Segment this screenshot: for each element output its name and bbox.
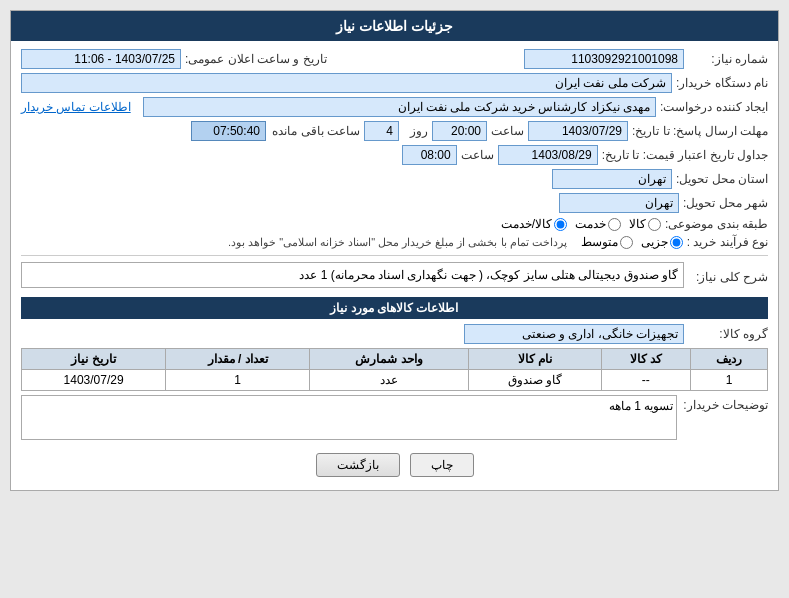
radio-kala-khedmat-label: کالا/خدمت (501, 217, 552, 231)
row-shahr: شهر محل تحویل: تهران (21, 193, 768, 213)
nav-note: پرداخت تمام با بخشی از مبلغ خریدار محل "… (228, 236, 567, 249)
radio-motevaset: متوسط (581, 235, 633, 249)
shomare-niaz-value: 1103092921001098 (524, 49, 684, 69)
row-nav: نوع فرآیند خرید : جزیی متوسط پرداخت تمام… (21, 235, 768, 249)
shahr-value: تهران (559, 193, 679, 213)
td-kod: -- (601, 370, 690, 391)
td-tedad: 1 (166, 370, 310, 391)
row-sharh: شرح کلی نیاز: گاو صندوق دیجیتالی هتلی سا… (21, 262, 768, 292)
radio-kala-khedmat-input[interactable] (554, 218, 567, 231)
radio-motevaset-input[interactable] (620, 236, 633, 249)
tamas-link[interactable]: اطلاعات تماس خریدار (21, 100, 131, 114)
gorohe-kala-value: تجهیزات خانگی، اداری و صنعتی (464, 324, 684, 344)
radio-kala-khedmat: کالا/خدمت (501, 217, 567, 231)
th-vahed: واحد شمارش (310, 349, 469, 370)
row-shomare-tarikh: شماره نیاز: 1103092921001098 تاریخ و ساع… (21, 49, 768, 69)
jadval-date: 1403/08/29 (498, 145, 598, 165)
radio-khedmat-label: خدمت (575, 217, 606, 231)
th-tedad: تعداد / مقدار (166, 349, 310, 370)
th-kod: کد کالا (601, 349, 690, 370)
row-gorohe-kala: گروه کالا: تجهیزات خانگی، اداری و صنعتی (21, 324, 768, 344)
content-area: شماره نیاز: 1103092921001098 تاریخ و ساع… (11, 41, 778, 490)
tarikh-label: تاریخ و ساعت اعلان عمومی: (185, 52, 327, 66)
ijad-value: مهدی نیکزاد کارشناس خرید شرکت ملی نفت ای… (143, 97, 656, 117)
nam-dastgah-label: نام دستگاه خریدار: (676, 76, 768, 90)
shahr-label: شهر محل تحویل: (683, 196, 768, 210)
nav-radio-group: جزیی متوسط (581, 235, 683, 249)
main-container: جزئیات اطلاعات نیاز شماره نیاز: 11030929… (10, 10, 779, 491)
tosih-content: تسویه 1 ماهه (21, 395, 677, 440)
nav-label: نوع فرآیند خرید : (687, 235, 768, 249)
mohlat-rooz: 4 (364, 121, 399, 141)
td-vahed: عدد (310, 370, 469, 391)
shomare-niaz-label: شماره نیاز: (688, 52, 768, 66)
ijad-label: ایجاد کننده درخواست: (660, 100, 768, 114)
gorohe-kala-label: گروه کالا: (688, 327, 768, 341)
nam-dastgah-value: شرکت ملی نفت ایران (21, 73, 672, 93)
mohlat-label: مهلت ارسال پاسخ: تا تاریخ: (632, 124, 768, 138)
page-title: جزئیات اطلاعات نیاز (11, 11, 778, 41)
row-mohlat: مهلت ارسال پاسخ: تا تاریخ: 1403/07/29 سا… (21, 121, 768, 141)
radio-khedmat: خدمت (575, 217, 621, 231)
radio-jozyi: جزیی (641, 235, 683, 249)
td-nam: گاو صندوق (468, 370, 601, 391)
radio-kala-input[interactable] (648, 218, 661, 231)
jadval-saat-label: ساعت (461, 148, 494, 162)
rooz-label: روز (403, 124, 428, 138)
sharh-label: شرح کلی نیاز: (688, 270, 768, 284)
ostan-value: تهران (552, 169, 672, 189)
jadval-saat: 08:00 (402, 145, 457, 165)
tosih-placeholder-text: تسویه 1 ماهه (609, 399, 673, 413)
mohlat-baqi: 07:50:40 (191, 121, 266, 141)
td-tarikh: 1403/07/29 (22, 370, 166, 391)
radio-khedmat-input[interactable] (608, 218, 621, 231)
tabaghe-label: طبقه بندی موضوعی: (665, 217, 768, 231)
chap-button[interactable]: چاپ (410, 453, 474, 477)
kalaha-title: اطلاعات کالاهای مورد نیاز (21, 297, 768, 319)
ostan-label: استان محل تحویل: (676, 172, 768, 186)
row-tabaghe: طبقه بندی موضوعی: کالا خدمت کالا/خدمت (21, 217, 768, 231)
tabaghe-radio-group: کالا خدمت کالا/خدمت (501, 217, 661, 231)
separator-1 (21, 255, 768, 256)
jadval-label: جداول تاریخ اعتبار قیمت: تا تاریخ: (602, 148, 768, 162)
row-ijad: ایجاد کننده درخواست: مهدی نیکزاد کارشناس… (21, 97, 768, 117)
baqi-label: ساعت باقی مانده (270, 124, 360, 138)
table-row: 1--گاو صندوقعدد11403/07/29 (22, 370, 768, 391)
buttons-row: چاپ بازگشت (21, 445, 768, 482)
bazgasht-button[interactable]: بازگشت (316, 453, 400, 477)
th-nam: نام کالا (468, 349, 601, 370)
row-ostan: استان محل تحویل: تهران (21, 169, 768, 189)
table-header-row: ردیف کد کالا نام کالا واحد شمارش تعداد /… (22, 349, 768, 370)
mohlat-saat: 20:00 (432, 121, 487, 141)
sharh-value: گاو صندوق دیجیتالی هتلی سایز کوچک، ( جهت… (21, 262, 684, 288)
radio-jozyi-input[interactable] (670, 236, 683, 249)
radio-jozyi-label: جزیی (641, 235, 668, 249)
radio-motevaset-label: متوسط (581, 235, 618, 249)
th-radif: ردیف (691, 349, 768, 370)
radio-kala-label: کالا (629, 217, 646, 231)
radio-kala: کالا (629, 217, 661, 231)
tarikh-value: 1403/07/25 - 11:06 (21, 49, 181, 69)
row-jadval: جداول تاریخ اعتبار قیمت: تا تاریخ: 1403/… (21, 145, 768, 165)
saat-label: ساعت (491, 124, 524, 138)
row-nam-dastgah: نام دستگاه خریدار: شرکت ملی نفت ایران (21, 73, 768, 93)
th-tarikh: تاریخ نیاز (22, 349, 166, 370)
mohlat-date: 1403/07/29 (528, 121, 628, 141)
kalaha-table: ردیف کد کالا نام کالا واحد شمارش تعداد /… (21, 348, 768, 391)
tosih-area: توضیحات خریدار: تسویه 1 ماهه (21, 395, 768, 440)
td-radif: 1 (691, 370, 768, 391)
tosih-label: توضیحات خریدار: (683, 395, 768, 440)
